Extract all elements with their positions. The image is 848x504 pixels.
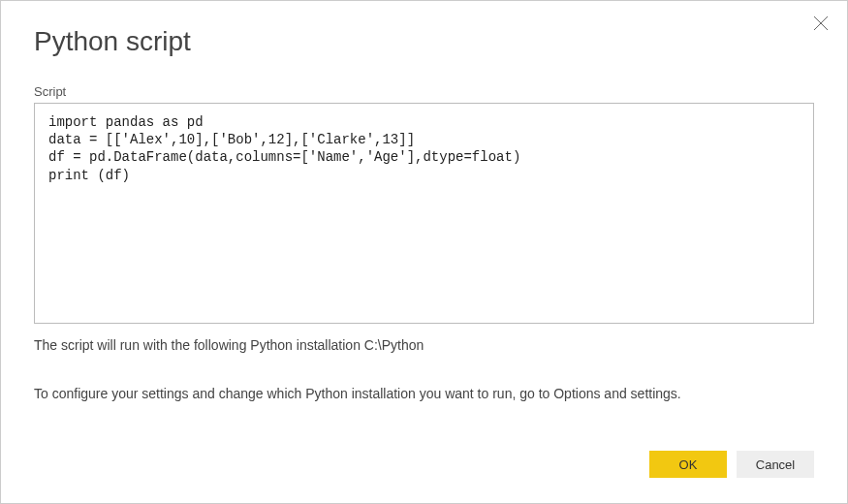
dialog-title: Python script xyxy=(34,26,814,57)
script-input[interactable]: import pandas as pd data = [['Alex',10],… xyxy=(34,103,814,324)
close-button[interactable] xyxy=(812,15,830,32)
script-label: Script xyxy=(34,84,814,99)
cancel-button[interactable]: Cancel xyxy=(737,451,814,478)
ok-button[interactable]: OK xyxy=(649,451,727,478)
install-info-text: The script will run with the following P… xyxy=(34,337,814,353)
close-icon xyxy=(812,15,830,32)
dialog-button-row: OK Cancel xyxy=(649,451,814,478)
python-script-dialog: Python script Script import pandas as pd… xyxy=(0,0,848,504)
settings-info-text: To configure your settings and change wh… xyxy=(34,386,814,401)
